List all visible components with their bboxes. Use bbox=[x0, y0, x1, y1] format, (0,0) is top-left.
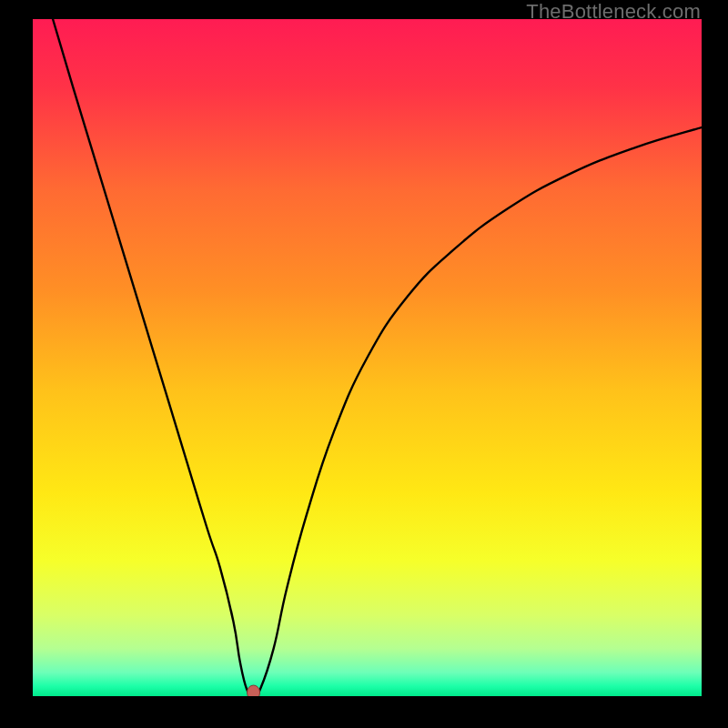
chart-svg bbox=[33, 19, 702, 696]
chart-frame: TheBottleneck.com bbox=[0, 0, 728, 728]
plot-area bbox=[33, 19, 702, 696]
optimum-marker bbox=[248, 685, 260, 696]
